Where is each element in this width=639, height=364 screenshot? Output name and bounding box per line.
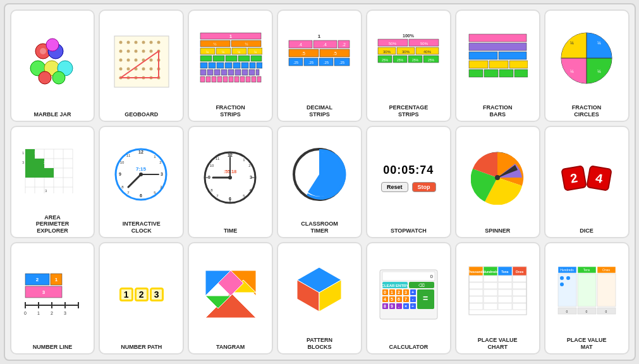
time-label: TIME: [224, 228, 238, 234]
fraction-circles-image: ¼ ¼ ¼ ¼: [548, 15, 626, 102]
svg-text:.25: .25: [339, 61, 345, 64]
svg-rect-81: [223, 76, 228, 82]
svg-point-15: [157, 41, 160, 44]
svg-rect-233: [382, 272, 435, 281]
main-grid: MARBLE JAR GEOBOARD: [4, 3, 636, 361]
svg-text:×: ×: [405, 304, 407, 308]
svg-text:÷: ÷: [411, 304, 414, 308]
svg-text:10: 10: [210, 164, 214, 167]
interactive-clock-label: INTERACTIVECLOCK: [123, 221, 161, 234]
spinner-card[interactable]: SPINNER: [455, 126, 540, 238]
geoboard-card[interactable]: GEOBOARD: [99, 9, 184, 122]
calculator-label: CALCULATOR: [389, 344, 429, 351]
place-value-mat-card[interactable]: Hundreds Tens Ones 0 0 0 PLACE VALUE: [544, 242, 630, 355]
time-card[interactable]: 12 3 6 9 1 2 10 11 5 7 4 8 :55:18: [188, 126, 273, 238]
svg-text:40%: 40%: [423, 50, 432, 54]
place-value-chart-image: Thousands Hundreds Tens Ones: [459, 247, 537, 334]
svg-text:1: 1: [318, 33, 321, 39]
tangram-label: TANGRAM: [216, 344, 245, 351]
pattern-blocks-card[interactable]: PATTERNBLOCKS: [277, 242, 362, 355]
svg-point-1: [40, 48, 46, 54]
svg-text:3: 3: [64, 311, 66, 315]
number-line-card[interactable]: 2 1 3 0 1 2 3 NUMBER LINE: [10, 242, 95, 355]
svg-text:3: 3: [405, 290, 407, 294]
stopwatch-card[interactable]: 00:05:74 Reset Stop STOPWATCH: [366, 126, 451, 238]
svg-rect-63: [225, 63, 232, 68]
svg-text:.5: .5: [302, 51, 306, 56]
svg-text:1: 1: [37, 311, 40, 315]
svg-text:.4: .4: [299, 42, 303, 47]
svg-rect-83: [234, 76, 239, 82]
svg-rect-85: [246, 76, 250, 82]
fraction-bars-card[interactable]: FRACTIONBARS: [455, 9, 540, 122]
svg-text:12: 12: [138, 150, 143, 154]
svg-text:0: 0: [566, 310, 568, 313]
place-value-chart-card[interactable]: Thousands Hundreds Tens Ones: [455, 242, 540, 355]
number-path-card[interactable]: 1 2 3 NUMBER PATH: [99, 242, 184, 355]
svg-point-18: [134, 50, 137, 53]
svg-text:50%: 50%: [389, 42, 397, 46]
classroom-timer-card[interactable]: CLASSROOMTIMER: [277, 126, 362, 238]
svg-point-19: [142, 50, 145, 53]
svg-text:2: 2: [36, 277, 39, 282]
svg-text:1: 1: [55, 277, 58, 282]
area-perimeter-label: AREAPERIMETEREXPLORER: [36, 214, 70, 234]
decimal-strips-card[interactable]: 1 .4 .4 .2 .5 .5 .25 .25 .25: [277, 9, 362, 122]
svg-text:50%: 50%: [420, 42, 429, 46]
calculator-card[interactable]: 0 CLEAR ENTRY ⌫ 0 1 2 3: [366, 242, 451, 355]
svg-text:0: 0: [605, 310, 607, 313]
svg-text:5: 5: [391, 297, 393, 301]
svg-text:4: 4: [384, 297, 386, 301]
svg-point-23: [126, 59, 130, 62]
svg-rect-79: [212, 76, 216, 82]
svg-text:¼: ¼: [254, 50, 257, 54]
fraction-strips-card[interactable]: 1 ½ ½ ¼ ¼ ¼ ¼: [188, 9, 273, 122]
svg-text:7: 7: [405, 297, 407, 301]
svg-point-29: [126, 68, 130, 71]
svg-text:.: .: [398, 304, 399, 308]
pattern-blocks-label: PATTERNBLOCKS: [307, 337, 332, 351]
svg-text:7:15: 7:15: [136, 166, 147, 172]
spinner-image: [459, 131, 537, 225]
svg-rect-133: [469, 70, 483, 77]
svg-text:25%: 25%: [412, 58, 419, 62]
geoboard-image: [102, 15, 180, 109]
svg-point-13: [142, 41, 145, 44]
classroom-timer-image: [281, 131, 358, 218]
dice-label: DICE: [580, 228, 593, 234]
stopwatch-reset-button[interactable]: Reset: [381, 182, 408, 192]
svg-rect-134: [484, 70, 498, 77]
svg-rect-136: [514, 70, 528, 77]
fraction-circles-label: FRACTIONCIRCLES: [572, 104, 602, 118]
interactive-clock-image: 12 3 6 9 1 2 7 10 11 5 2 8 7:15: [102, 131, 180, 218]
dice-card[interactable]: 2 4 DICE: [544, 126, 630, 238]
percentage-strips-card[interactable]: 100% 50% 50% 30% 30% 40% 25% 25%: [366, 9, 451, 122]
svg-text:¼: ¼: [597, 69, 601, 73]
svg-text:25%: 25%: [382, 58, 389, 62]
svg-text:3: 3: [22, 161, 25, 164]
svg-rect-126: [469, 34, 526, 42]
fraction-strips-image: 1 ½ ½ ¼ ¼ ¼ ¼: [192, 15, 269, 102]
fraction-bars-label: FRACTIONBARS: [483, 104, 513, 118]
interactive-clock-card[interactable]: 12 3 6 9 1 2 7 10 11 5 2 8 7:15: [99, 126, 184, 238]
number-path-2: 2: [135, 288, 149, 301]
svg-text:CLEAR ENTRY: CLEAR ENTRY: [382, 284, 408, 288]
svg-text:8: 8: [384, 304, 386, 308]
svg-rect-61: [209, 63, 216, 68]
geoboard-label: GEOBOARD: [125, 111, 158, 118]
stopwatch-label: STOPWATCH: [391, 228, 427, 234]
marble-jar-card[interactable]: MARBLE JAR: [10, 9, 95, 122]
tangram-card[interactable]: TANGRAM: [188, 242, 273, 355]
svg-text:1: 1: [229, 34, 232, 39]
stopwatch-stop-button[interactable]: Stop: [412, 182, 436, 192]
svg-point-3: [46, 39, 59, 51]
svg-text:½: ½: [213, 42, 216, 46]
svg-text:30%: 30%: [383, 50, 391, 54]
area-perimeter-card[interactable]: 1 3 3 1 2 AREAPERIMETEREXPLORER: [10, 126, 95, 238]
svg-text:3: 3: [42, 289, 46, 295]
fraction-circles-card[interactable]: ¼ ¼ ¼ ¼ FRACTIONCIRCLES: [544, 9, 630, 122]
svg-rect-76: [256, 70, 259, 75]
svg-point-31: [142, 68, 145, 71]
stopwatch-time-display: 00:05:74: [383, 164, 434, 177]
svg-text:2: 2: [398, 290, 400, 294]
